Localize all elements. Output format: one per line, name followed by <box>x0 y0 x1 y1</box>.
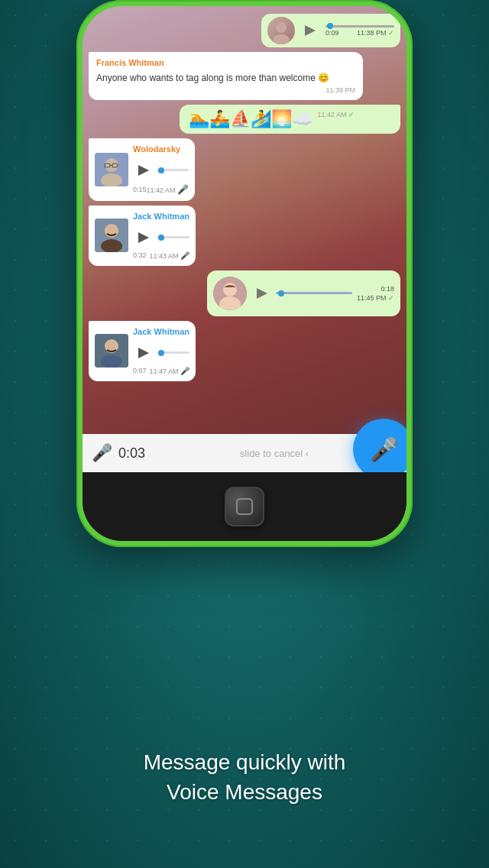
bottom-text-area: Message quickly with Voice Messages <box>0 747 489 807</box>
phone-wrapper: 0:09 11:38 PM ✓ Francis Whitman Anyone w… <box>61 0 428 547</box>
outgoing-time: 11:45 PM ✓ <box>357 294 394 302</box>
avatar-wolodarsky <box>95 153 128 186</box>
sender-name-jack-2: Jack Whitman <box>133 327 189 336</box>
phone-frame: 0:09 11:38 PM ✓ Francis Whitman Anyone w… <box>76 0 413 547</box>
home-button[interactable] <box>225 487 264 526</box>
voice-duration: 0:09 <box>325 29 339 37</box>
jack1-duration: 0:32 <box>133 251 147 259</box>
wolodarsky-duration: 0:15 <box>133 186 147 193</box>
voice-bubble-jack-1: Jack Whitman <box>89 206 196 266</box>
message-time-francis: 11:39 PM <box>326 86 356 94</box>
emoji-content: 🏊🚣⛵🏄🌅☁️ <box>189 109 313 128</box>
recording-bar: 🎤 0:03 slide to cancel ‹ 🎤 <box>83 434 406 472</box>
outgoing-duration: 0:18 <box>381 285 394 293</box>
phone-screen: 0:09 11:38 PM ✓ Francis Whitman Anyone w… <box>83 6 406 472</box>
voice-bubble-outgoing-woman: 0:18 11:45 PM ✓ <box>207 270 400 316</box>
record-mic-icon: 🎤 <box>92 443 112 463</box>
jack1-time: 11:43 AM 🎤 <box>149 251 189 260</box>
sender-name-francis: Francis Whitman <box>96 58 355 67</box>
voice-message-top: 0:09 11:38 PM ✓ <box>261 14 400 47</box>
sender-name-wolodarsky: Wolodarsky <box>133 144 189 154</box>
tagline: Message quickly with Voice Messages <box>0 747 489 807</box>
play-jack-2[interactable] <box>133 342 154 364</box>
sender-name-jack-1: Jack Whitman <box>133 212 189 221</box>
voice-bubble-jack-2: Jack Whitman <box>89 321 196 381</box>
chat-messages: 0:09 11:38 PM ✓ Francis Whitman Anyone w… <box>83 6 406 472</box>
svg-point-12 <box>223 283 237 296</box>
wolodarsky-time: 11:42 AM 🎤 <box>147 184 189 195</box>
emoji-bubble: 🏊🚣⛵🏄🌅☁️ 11:42 AM ✓ <box>180 105 400 134</box>
phone-inner: 0:09 11:38 PM ✓ Francis Whitman Anyone w… <box>83 6 406 541</box>
avatar-outgoing <box>213 277 247 310</box>
avatar-woman <box>267 17 295 44</box>
play-button[interactable] <box>300 20 321 41</box>
voice-time: 11:38 PM ✓ <box>357 29 394 37</box>
message-text-francis: Anyone who wants to tag along is more th… <box>96 73 329 83</box>
avatar-jack-1 <box>95 219 128 252</box>
svg-point-1 <box>273 34 290 44</box>
big-mic-icon: 🎤 <box>370 436 398 463</box>
voice-bubble-wolodarsky: Wolodarsky <box>89 138 195 201</box>
play-outgoing[interactable] <box>251 283 273 304</box>
home-icon <box>236 498 253 515</box>
play-jack-1[interactable] <box>133 227 154 248</box>
text-bubble-francis: Francis Whitman Anyone who wants to tag … <box>89 52 363 100</box>
record-timer: 0:03 <box>118 445 145 462</box>
jack2-time: 11:47 AM 🎤 <box>149 367 189 375</box>
avatar-jack-2 <box>95 334 128 368</box>
emoji-time: 11:42 AM ✓ <box>317 111 355 118</box>
svg-point-0 <box>276 22 287 33</box>
phone-bottom <box>83 472 406 541</box>
jack2-duration: 0:07 <box>133 367 147 374</box>
play-wolodarsky[interactable] <box>133 160 154 181</box>
